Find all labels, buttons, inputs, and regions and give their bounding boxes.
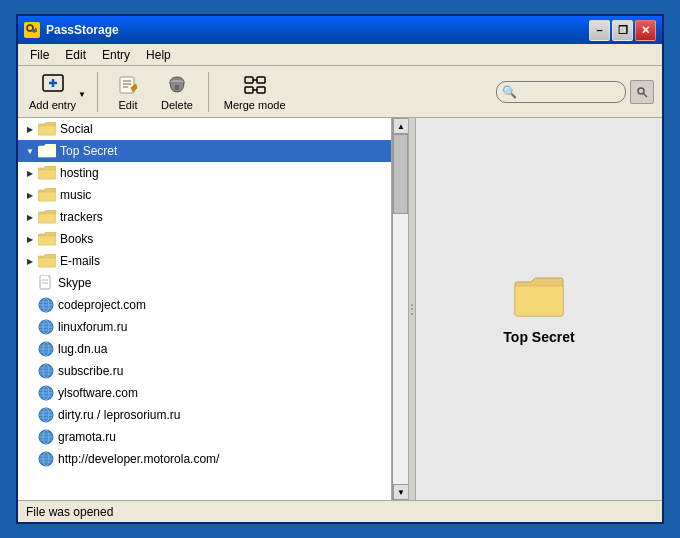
expand-arrow[interactable] — [22, 143, 38, 159]
status-text: File was opened — [26, 505, 113, 519]
menu-entry[interactable]: Entry — [94, 46, 138, 64]
menu-edit[interactable]: Edit — [57, 46, 94, 64]
detail-folder-name: Top Secret — [503, 329, 574, 345]
vertical-scrollbar[interactable]: ▲ ▼ — [392, 118, 408, 500]
restore-button[interactable]: ❐ — [612, 20, 633, 41]
tree-panel: Social Top Secret hosting music trackers… — [18, 118, 392, 500]
menubar: File Edit Entry Help — [18, 44, 662, 66]
tree-item-label: Books — [60, 232, 93, 246]
expand-spacer — [22, 341, 38, 357]
svg-rect-24 — [40, 275, 50, 289]
close-button[interactable]: ✕ — [635, 20, 656, 41]
tree-item-label: trackers — [60, 210, 103, 224]
titlebar: PassStorage – ❐ ✕ — [18, 16, 662, 44]
toolbar-right: 🔍 — [496, 80, 654, 104]
expand-arrow[interactable] — [22, 165, 38, 181]
expand-arrow[interactable] — [22, 121, 38, 137]
minimize-button[interactable]: – — [589, 20, 610, 41]
expand-spacer — [22, 451, 38, 467]
expand-arrow[interactable] — [22, 253, 38, 269]
scroll-track[interactable] — [393, 134, 408, 484]
tree-item-skype[interactable]: Skype — [18, 272, 391, 294]
scroll-down-button[interactable]: ▼ — [393, 484, 409, 500]
search-icon: 🔍 — [502, 85, 517, 99]
tree-item-social[interactable]: Social — [18, 118, 391, 140]
tree-item-label: subscribe.ru — [58, 364, 123, 378]
tree-item-gramota[interactable]: gramota.ru — [18, 426, 391, 448]
tree-item-subscribe[interactable]: subscribe.ru — [18, 360, 391, 382]
window-controls: – ❐ ✕ — [589, 20, 656, 41]
merge-mode-button[interactable]: Merge mode — [217, 69, 293, 115]
folder-icon — [38, 188, 56, 202]
svg-rect-16 — [245, 77, 253, 83]
expand-spacer — [22, 385, 38, 401]
statusbar: File was opened — [18, 500, 662, 522]
tree-item-lug[interactable]: lug.dn.ua — [18, 338, 391, 360]
delete-button[interactable]: Delete — [154, 69, 200, 115]
svg-rect-3 — [34, 31, 36, 33]
tree-item-music[interactable]: music — [18, 184, 391, 206]
svg-point-22 — [638, 88, 644, 94]
tree-item-label: hosting — [60, 166, 99, 180]
tree-item-top-secret[interactable]: Top Secret — [18, 140, 391, 162]
folder-icon — [38, 144, 56, 158]
expand-arrow[interactable] — [22, 231, 38, 247]
merge-mode-label: Merge mode — [224, 99, 286, 111]
add-entry-button[interactable]: Add entry ▼ — [26, 70, 89, 114]
web-entry-icon — [38, 385, 54, 401]
expand-arrow[interactable] — [22, 187, 38, 203]
tree-item-emails[interactable]: E-mails — [18, 250, 391, 272]
svg-rect-19 — [257, 87, 265, 93]
tree-item-label: Social — [60, 122, 93, 136]
svg-rect-15 — [175, 85, 179, 90]
expand-spacer — [22, 363, 38, 379]
tree-item-linuxforum[interactable]: linuxforum.ru — [18, 316, 391, 338]
toolbar-separator-1 — [97, 72, 98, 112]
delete-label: Delete — [161, 99, 193, 111]
tree-item-label: dirty.ru / leprosorium.ru — [58, 408, 180, 422]
svg-rect-7 — [120, 77, 134, 93]
scroll-thumb[interactable] — [393, 134, 408, 214]
tree-item-hosting[interactable]: hosting — [18, 162, 391, 184]
svg-rect-2 — [35, 28, 37, 30]
tree-item-motorola[interactable]: http://developer.motorola.com/ — [18, 448, 391, 470]
tree-list: Social Top Secret hosting music trackers… — [18, 118, 391, 470]
app-icon — [24, 22, 40, 38]
add-entry-label: Add entry — [29, 99, 76, 111]
tree-item-label: Top Secret — [60, 144, 117, 158]
menu-file[interactable]: File — [22, 46, 57, 64]
folder-icon — [38, 210, 56, 224]
tree-item-label: lug.dn.ua — [58, 342, 107, 356]
web-entry-icon — [38, 319, 54, 335]
search-button[interactable] — [630, 80, 654, 104]
tree-item-label: Skype — [58, 276, 91, 290]
toolbar-separator-2 — [208, 72, 209, 112]
add-entry-dropdown-arrow[interactable]: ▼ — [76, 73, 86, 111]
search-container: 🔍 — [496, 81, 626, 103]
expand-spacer — [22, 275, 38, 291]
split-handle[interactable] — [408, 118, 416, 500]
detail-panel: Top Secret — [416, 118, 662, 500]
detail-folder-icon — [513, 274, 565, 321]
svg-line-23 — [644, 93, 648, 97]
merge-mode-icon — [243, 73, 267, 97]
web-entry-icon — [38, 363, 54, 379]
expand-spacer — [22, 297, 38, 313]
tree-item-label: E-mails — [60, 254, 100, 268]
expand-spacer — [22, 407, 38, 423]
web-entry-icon — [38, 429, 54, 445]
expand-arrow[interactable] — [22, 209, 38, 225]
edit-label: Edit — [119, 99, 138, 111]
tree-item-label: linuxforum.ru — [58, 320, 127, 334]
tree-item-trackers[interactable]: trackers — [18, 206, 391, 228]
web-entry-icon — [38, 407, 54, 423]
tree-item-books[interactable]: Books — [18, 228, 391, 250]
menu-help[interactable]: Help — [138, 46, 179, 64]
svg-rect-17 — [257, 77, 265, 83]
edit-button[interactable]: Edit — [106, 69, 150, 115]
tree-item-dirty[interactable]: dirty.ru / leprosorium.ru — [18, 404, 391, 426]
scroll-up-button[interactable]: ▲ — [393, 118, 409, 134]
tree-item-label: gramota.ru — [58, 430, 116, 444]
tree-item-codeproject[interactable]: codeproject.com — [18, 294, 391, 316]
tree-item-ylsoftware[interactable]: ylsoftware.com — [18, 382, 391, 404]
